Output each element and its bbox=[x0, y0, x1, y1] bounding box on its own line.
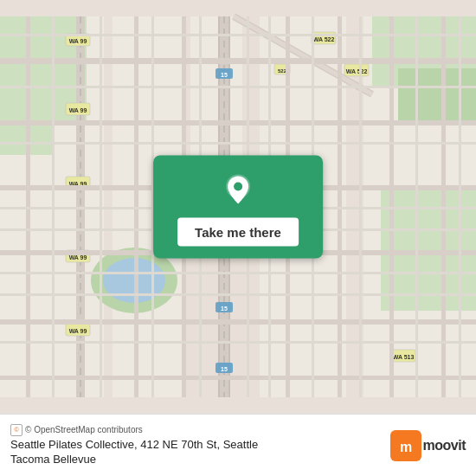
svg-rect-48 bbox=[0, 120, 476, 125]
svg-rect-47 bbox=[0, 58, 476, 64]
app: 15 15 15 15 WA 99 WA 99 WA 99 WA 99 WA 9… bbox=[0, 0, 476, 476]
svg-rect-66 bbox=[0, 293, 476, 296]
svg-rect-60 bbox=[0, 34, 476, 36]
svg-text:15: 15 bbox=[221, 366, 228, 372]
osm-credit-text: © OpenStreetMap contributors bbox=[25, 425, 143, 434]
svg-rect-68 bbox=[52, 16, 55, 397]
svg-text:WA 99: WA 99 bbox=[69, 107, 87, 113]
svg-text:WA 522: WA 522 bbox=[313, 36, 335, 42]
osm-credit: © © OpenStreetMap contributors bbox=[10, 424, 382, 436]
bottom-info-bar: © © OpenStreetMap contributors Seattle P… bbox=[0, 414, 476, 476]
svg-rect-62 bbox=[0, 142, 476, 145]
svg-rect-69 bbox=[100, 16, 102, 397]
svg-text:WA 99: WA 99 bbox=[69, 254, 87, 261]
location-pin-icon bbox=[219, 171, 257, 209]
map-container: 15 15 15 15 WA 99 WA 99 WA 99 WA 99 WA 9… bbox=[0, 0, 476, 414]
svg-rect-77 bbox=[459, 16, 461, 397]
svg-rect-65 bbox=[0, 272, 476, 274]
moovit-logo: m moovit bbox=[390, 430, 466, 461]
svg-text:WA 513: WA 513 bbox=[393, 354, 415, 360]
svg-rect-52 bbox=[0, 376, 476, 380]
svg-point-79 bbox=[234, 183, 242, 191]
location-text: Seattle Pilates Collective, 412 NE 70th … bbox=[10, 438, 382, 467]
svg-rect-75 bbox=[359, 16, 362, 397]
svg-rect-12 bbox=[398, 68, 476, 120]
svg-rect-76 bbox=[415, 16, 418, 397]
osm-logo: © bbox=[10, 424, 23, 436]
svg-text:m: m bbox=[399, 440, 411, 454]
moovit-text: moovit bbox=[423, 438, 466, 453]
button-overlay: Take me there bbox=[153, 156, 323, 259]
svg-text:15: 15 bbox=[221, 72, 228, 78]
svg-text:15: 15 bbox=[221, 306, 228, 312]
svg-rect-51 bbox=[0, 319, 476, 325]
svg-text:WA 522: WA 522 bbox=[346, 68, 368, 74]
svg-rect-61 bbox=[0, 86, 476, 88]
bottom-left-content: © © OpenStreetMap contributors Seattle P… bbox=[10, 424, 382, 467]
green-panel: Take me there bbox=[153, 156, 323, 259]
svg-rect-67 bbox=[0, 341, 476, 344]
moovit-icon: m bbox=[390, 430, 421, 461]
svg-text:WA 99: WA 99 bbox=[69, 328, 87, 334]
location-line2: Tacoma Bellevue bbox=[10, 453, 96, 466]
svg-text:WA 99: WA 99 bbox=[69, 38, 87, 44]
take-me-there-button[interactable]: Take me there bbox=[177, 218, 299, 247]
location-line1: Seattle Pilates Collective, 412 NE 70th … bbox=[10, 438, 258, 451]
